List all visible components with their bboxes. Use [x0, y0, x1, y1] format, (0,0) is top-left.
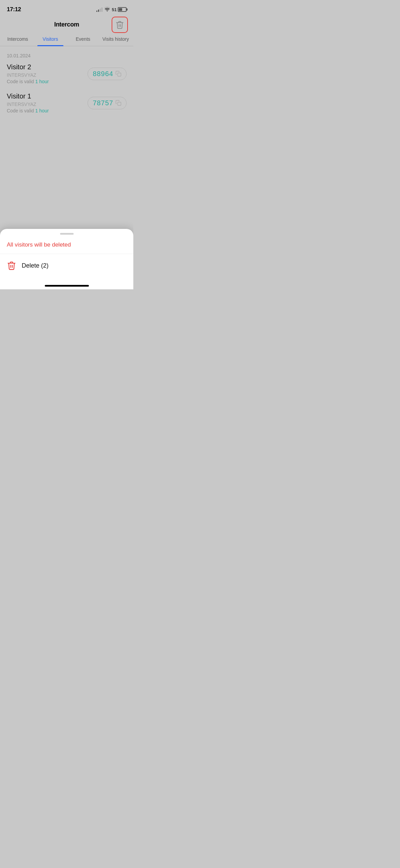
tab-visits-history[interactable]: Visits history [99, 32, 132, 46]
tabs: Intercoms Visitors Events Visits history [0, 32, 133, 46]
tab-visitors[interactable]: Visitors [34, 32, 66, 46]
validity-duration: 1 hour [35, 79, 49, 84]
svg-rect-1 [118, 102, 121, 106]
visitor-info: Visitor 2 INTERSVYAZ Code is valid 1 hou… [7, 63, 88, 84]
visitor-row: Visitor 2 INTERSVYAZ Code is valid 1 hou… [7, 63, 127, 84]
visitor-name: Visitor 2 [7, 63, 88, 71]
svg-rect-0 [118, 73, 121, 76]
trash-icon [115, 20, 124, 29]
delete-action[interactable]: Delete (2) [0, 255, 133, 276]
tab-events[interactable]: Events [67, 32, 99, 46]
status-time: 17:12 [7, 6, 21, 13]
delete-action-label: Delete (2) [22, 262, 49, 269]
status-icons: 51 [96, 7, 127, 13]
access-code: 78757 [93, 99, 113, 107]
access-code: 88964 [93, 70, 113, 78]
copy-icon[interactable] [115, 100, 121, 106]
signal-icon [96, 7, 102, 12]
battery-level: 51 [112, 7, 117, 12]
delete-button[interactable] [112, 17, 128, 33]
page-title: Intercom [54, 21, 79, 28]
content-area: 10.01.2024 Visitor 2 INTERSVYAZ Code is … [0, 46, 133, 113]
code-badge[interactable]: 88964 [88, 68, 127, 80]
delete-action-icon [7, 261, 16, 270]
visitor-validity: Code is valid 1 hour [7, 79, 88, 84]
visitor-company: INTERSVYAZ [7, 72, 88, 78]
visitor-item: Visitor 1 INTERSVYAZ Code is valid 1 hou… [7, 92, 127, 113]
tab-intercoms[interactable]: Intercoms [1, 32, 34, 46]
visitor-company: INTERSVYAZ [7, 102, 88, 107]
code-badge[interactable]: 78757 [88, 97, 127, 109]
wifi-icon [104, 7, 110, 13]
visitor-item: Visitor 2 INTERSVYAZ Code is valid 1 hou… [7, 63, 127, 84]
visitor-row: Visitor 1 INTERSVYAZ Code is valid 1 hou… [7, 92, 127, 113]
battery-icon: 51 [112, 7, 127, 12]
bottom-sheet: All visitors will be deleted Delete (2) [0, 229, 133, 289]
sheet-handle [0, 229, 133, 237]
copy-icon[interactable] [115, 71, 121, 77]
sheet-warning: All visitors will be deleted [0, 237, 133, 254]
validity-duration: 1 hour [35, 108, 49, 113]
header: Intercom [0, 17, 133, 32]
date-label: 10.01.2024 [7, 53, 127, 58]
visitor-info: Visitor 1 INTERSVYAZ Code is valid 1 hou… [7, 92, 88, 113]
visitor-validity: Code is valid 1 hour [7, 108, 88, 113]
visitor-name: Visitor 1 [7, 92, 88, 100]
status-bar: 17:12 51 [0, 0, 133, 17]
sheet-handle-bar [60, 233, 74, 235]
home-indicator [45, 285, 89, 287]
sheet-divider [0, 254, 133, 254]
